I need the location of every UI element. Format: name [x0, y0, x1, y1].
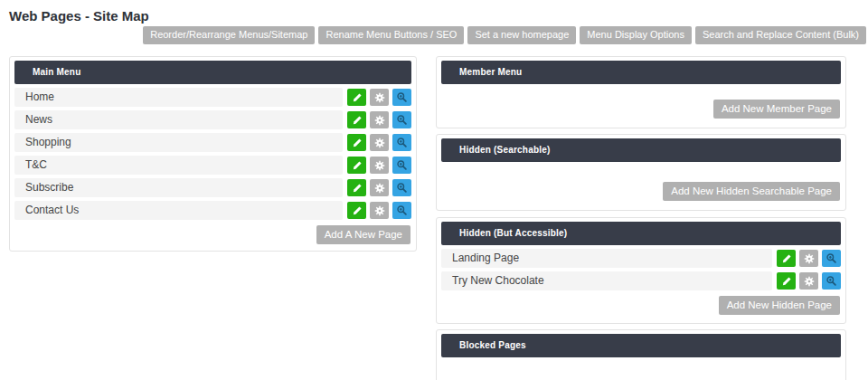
edit-page-button[interactable] [347, 111, 366, 128]
panel-header-hidden-searchable: Hidden (Searchable) [441, 138, 841, 162]
rename-menu-buttons-button[interactable]: Rename Menu Buttons / SEO [318, 26, 464, 44]
zoom-in-icon [396, 114, 408, 126]
add-new-member-page-button[interactable]: Add New Member Page [713, 100, 840, 119]
gear-icon [804, 253, 815, 264]
hidden-searchable-footer: Add New Hidden Searchable Page [441, 182, 841, 201]
reorder-menus-button[interactable]: Reorder/Rearrange Menus/Sitemap [143, 26, 315, 44]
edit-page-button[interactable] [347, 134, 366, 151]
gear-icon [804, 276, 815, 287]
hidden-accessible-rows: Landing Page Try New [441, 245, 841, 290]
panel-header-blocked-pages: Blocked Pages [441, 334, 841, 357]
right-column: Member Menu Add New Member Page Hidden (… [436, 56, 846, 380]
hidden-accessible-footer: Add New Hidden Page [441, 296, 841, 315]
page-settings-button[interactable] [799, 272, 818, 290]
zoom-in-icon [396, 91, 408, 103]
pencil-icon [352, 160, 363, 171]
page-title: Web Pages - Site Map [9, 8, 149, 24]
page-name-label: Contact Us [14, 201, 343, 220]
page-name-label: Landing Page [441, 249, 772, 268]
add-new-hidden-page-button[interactable]: Add New Hidden Page [719, 296, 840, 315]
page-name-label: Subscribe [14, 178, 343, 197]
page-name-label: News [14, 110, 343, 129]
pencil-icon [781, 276, 792, 287]
pencil-icon [781, 253, 792, 264]
gear-icon [374, 183, 385, 194]
zoom-in-icon [396, 204, 408, 216]
gear-icon [374, 160, 385, 171]
panel-blocked-pages: Blocked Pages [436, 329, 846, 380]
row-actions [347, 202, 411, 219]
zoom-in-icon [396, 159, 408, 171]
preview-page-button[interactable] [392, 179, 411, 196]
page-settings-button[interactable] [370, 179, 389, 196]
pencil-icon [352, 115, 363, 126]
main-menu-footer: Add A New Page [14, 225, 411, 244]
zoom-in-icon [396, 182, 408, 194]
row-actions [777, 250, 841, 267]
page-settings-button[interactable] [799, 250, 818, 267]
member-menu-footer: Add New Member Page [441, 100, 841, 119]
panel-hidden-searchable: Hidden (Searchable) Add New Hidden Searc… [436, 134, 846, 211]
left-column: Main Menu Home [9, 56, 417, 252]
preview-page-button[interactable] [392, 157, 411, 174]
preview-page-button[interactable] [392, 202, 411, 219]
add-new-hidden-searchable-page-button[interactable]: Add New Hidden Searchable Page [663, 182, 840, 201]
page-name-label: Home [14, 88, 343, 107]
edit-page-button[interactable] [347, 157, 366, 174]
panel-header-main-menu: Main Menu [14, 61, 411, 84]
row-actions [347, 134, 411, 151]
edit-page-button[interactable] [347, 179, 366, 196]
pencil-icon [352, 205, 363, 216]
preview-page-button[interactable] [392, 134, 411, 151]
table-row: Contact Us [14, 201, 411, 220]
pencil-icon [352, 183, 363, 194]
table-row: Try New Chocolate [441, 271, 841, 290]
row-actions [347, 179, 411, 196]
panel-header-hidden-accessible: Hidden (But Accessible) [441, 222, 841, 245]
page-settings-button[interactable] [370, 134, 389, 151]
page-settings-button[interactable] [370, 89, 389, 106]
page-settings-button[interactable] [370, 202, 389, 219]
page-name-label: Try New Chocolate [441, 271, 772, 290]
preview-page-button[interactable] [392, 111, 411, 128]
pencil-icon [352, 138, 363, 148]
table-row: Landing Page [441, 249, 841, 268]
panel-hidden-accessible: Hidden (But Accessible) Landing Page [436, 217, 846, 324]
gear-icon [374, 92, 385, 103]
table-row: T&C [14, 156, 411, 175]
page-name-label: T&C [14, 156, 343, 175]
edit-page-button[interactable] [347, 202, 366, 219]
zoom-in-icon [396, 137, 408, 148]
pencil-icon [352, 92, 363, 103]
preview-page-button[interactable] [392, 89, 411, 106]
toolbar: Reorder/Rearrange Menus/Sitemap Rename M… [143, 26, 866, 44]
edit-page-button[interactable] [777, 250, 796, 267]
search-replace-content-button[interactable]: Search and Replace Content (Bulk) [695, 26, 866, 44]
table-row: News [14, 110, 411, 129]
zoom-in-icon [826, 252, 837, 264]
panel-member-menu: Member Menu Add New Member Page [436, 56, 846, 128]
gear-icon [374, 115, 385, 126]
panel-header-member-menu: Member Menu [441, 61, 841, 84]
row-actions [347, 89, 411, 106]
page-name-label: Shopping [14, 133, 343, 152]
edit-page-button[interactable] [347, 89, 366, 106]
row-actions [777, 272, 841, 290]
panel-main-menu: Main Menu Home [9, 56, 417, 252]
table-row: Subscribe [14, 178, 411, 197]
gear-icon [374, 205, 385, 216]
preview-page-button[interactable] [822, 272, 841, 290]
row-actions [347, 157, 411, 174]
row-actions [347, 111, 411, 128]
table-row: Home [14, 88, 411, 107]
table-row: Shopping [14, 133, 411, 152]
page-settings-button[interactable] [370, 157, 389, 174]
set-homepage-button[interactable]: Set a new homepage [467, 26, 576, 44]
preview-page-button[interactable] [822, 250, 841, 267]
edit-page-button[interactable] [777, 272, 796, 290]
page-settings-button[interactable] [370, 111, 389, 128]
gear-icon [374, 138, 385, 148]
menu-display-options-button[interactable]: Menu Display Options [580, 26, 692, 44]
add-new-page-button[interactable]: Add A New Page [316, 225, 410, 244]
main-menu-rows: Home News [14, 84, 411, 220]
